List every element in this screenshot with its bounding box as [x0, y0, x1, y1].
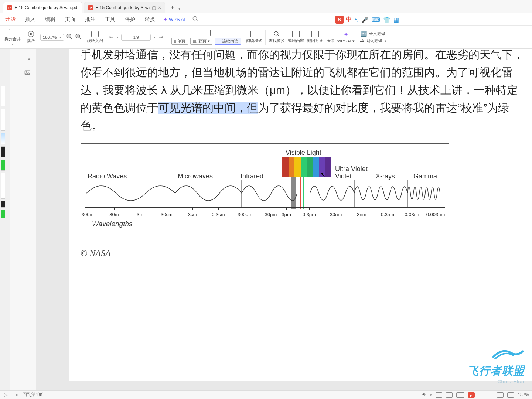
document-paragraph: 手机发射塔通信，没有任何问题，而你的视力仅限于你现在所在的房间。在恶劣的天气下，…	[81, 49, 524, 134]
back-to-first[interactable]: 回到第1页	[23, 392, 43, 398]
ime-shirt-icon[interactable]: 👕	[383, 16, 391, 23]
menu-edit[interactable]: 编辑	[44, 14, 57, 25]
ime-voice-icon[interactable]: 🎤	[361, 16, 369, 23]
rotate-icon	[91, 31, 99, 37]
page-thumb-6[interactable]	[1, 173, 5, 199]
fit-width-icon[interactable]	[507, 392, 514, 398]
scale-tick: 0.3nm	[381, 212, 394, 217]
ime-keyboard-icon[interactable]: ⌨	[372, 16, 380, 23]
wps-ai-button[interactable]: ✦ WPS AI ▾	[336, 30, 356, 44]
sb-prev-icon[interactable]: ▷	[3, 392, 9, 398]
page-thumb-1[interactable]	[1, 86, 5, 106]
panel-close-icon[interactable]: ×	[27, 56, 31, 63]
page-thumb-3[interactable]	[1, 133, 5, 144]
zoom-input[interactable]: 186.7%▾	[40, 34, 64, 41]
compress-button[interactable]: 压缩	[325, 30, 336, 44]
svg-line-12	[277, 35, 279, 36]
zoom-in-icon[interactable]	[75, 33, 82, 41]
split-icon	[9, 29, 16, 35]
split-merge-button[interactable]: 拆分合并 ▾	[3, 28, 22, 47]
translate-icon: 🔤	[361, 31, 367, 37]
continuous-button[interactable]: ☰连续阅读	[215, 38, 241, 45]
image-panel-icon[interactable]	[24, 69, 31, 78]
wave-diagram	[85, 178, 443, 208]
ai-icon: ✦	[163, 17, 167, 22]
search-icon[interactable]	[192, 16, 199, 24]
view-single-icon[interactable]	[436, 392, 442, 398]
page-thumb-8[interactable]	[1, 210, 5, 218]
zoom-out-icon[interactable]	[66, 33, 73, 41]
tab-label: F-15 Combat guide by Sryan.pdf	[14, 5, 78, 10]
view-fit-icon[interactable]	[446, 392, 453, 398]
menu-annotate[interactable]: 批注	[83, 14, 97, 25]
page-thumb-5[interactable]	[1, 160, 5, 171]
tab-restore-icon[interactable]: ▢	[152, 5, 156, 10]
zoom-slider[interactable]	[485, 393, 485, 397]
scale-tick: 30nm	[330, 212, 342, 217]
visible-light-label: Visible Light	[286, 149, 321, 157]
scale-tick: 3μm	[282, 212, 291, 217]
visible-spectrum-bars	[282, 157, 331, 177]
menu-protect[interactable]: 保护	[123, 14, 137, 25]
fullscreen-icon[interactable]	[497, 392, 504, 398]
menu-insert[interactable]: 插入	[24, 14, 37, 25]
view-slideshow-icon[interactable]: ▶	[468, 392, 475, 398]
first-page-button[interactable]: ⇤	[108, 34, 115, 40]
last-page-button[interactable]: ⇥	[158, 34, 164, 40]
eye-icon[interactable]: 👁	[422, 392, 426, 398]
ime-punct-icon[interactable]: •,	[355, 16, 358, 23]
single-page-button[interactable]: ▯单页	[171, 38, 188, 45]
zoom-out-button[interactable]: −	[478, 392, 481, 398]
tab-label: F-15 Combat guide by Srya	[95, 5, 150, 10]
menu-wps-ai[interactable]: ✦ WPS AI	[163, 17, 185, 22]
new-tab-button[interactable]: +	[168, 3, 176, 11]
scale-tick: 0.3cm	[212, 212, 225, 217]
ime-indicator: S 中 •, 🎤 ⌨ 👕 ▦	[335, 16, 399, 24]
scale-tick: 300μm	[238, 212, 252, 217]
view-double-icon[interactable]	[456, 392, 464, 398]
page-thumb-7[interactable]	[1, 201, 5, 208]
edit-content-button[interactable]: 编辑内容	[286, 30, 306, 44]
document-tab-2[interactable]: P F-15 Combat guide by Srya ▢ ×	[84, 2, 165, 13]
scale-tick: 0.3μm	[303, 212, 316, 217]
page-viewport[interactable]: 手机发射塔通信，没有任何问题，而你的视力仅限于你现在所在的房间。在恶劣的天气下，…	[36, 49, 532, 390]
zoom-level[interactable]: 187%	[518, 392, 529, 398]
pdf-icon: P	[7, 5, 12, 10]
close-icon[interactable]: ×	[158, 5, 161, 11]
page-thumb-4[interactable]	[1, 146, 5, 157]
crop-compare-button[interactable]: 截图对比	[306, 30, 325, 44]
rotate-button[interactable]: 旋转文档	[85, 30, 105, 44]
double-page-button[interactable]: ▯▯双页▾	[190, 38, 212, 45]
em-spectrum-figure: Visible Light Radio Waves Microwaves Inf…	[81, 143, 449, 246]
prev-page-button[interactable]: ‹	[116, 34, 120, 40]
ime-grid-icon[interactable]: ▦	[393, 16, 399, 23]
svg-line-10	[79, 37, 81, 39]
page-thumb-2[interactable]	[1, 109, 5, 131]
wavelength-axis	[85, 207, 445, 208]
toolbar: 拆分合并 ▾ 播放 186.7%▾ 旋转文档 ⇤ ‹ 1/9 › ⇥ ▯单页 ▯…	[0, 26, 532, 49]
document-tab-1[interactable]: P F-15 Combat guide by Sryan.pdf	[3, 2, 82, 13]
wavelengths-label: Wavelengths	[92, 220, 133, 228]
status-bar: ▷ ⇥ 回到第1页 👁▾ ▶ − ＋ 187%	[0, 390, 532, 399]
menu-tools[interactable]: 工具	[103, 14, 117, 25]
thumbnail-strip	[0, 49, 10, 390]
side-panel: ×	[10, 49, 36, 390]
ime-mode[interactable]: 中	[346, 16, 352, 24]
scale-tick: 300m	[82, 212, 94, 217]
tab-menu-dropdown[interactable]: ▾	[178, 7, 180, 11]
next-page-button[interactable]: ›	[152, 34, 156, 40]
zoom-in-button[interactable]: ＋	[489, 392, 493, 398]
search-icon	[273, 31, 280, 37]
page-input[interactable]: 1/9	[121, 34, 151, 41]
menu-page[interactable]: 页面	[64, 14, 77, 25]
pdf-icon: P	[88, 5, 93, 10]
play-button[interactable]: 播放	[25, 30, 37, 44]
read-mode-button[interactable]: 阅读模式	[245, 30, 264, 44]
menu-start[interactable]: 开始	[4, 14, 17, 25]
crop-icon	[311, 31, 319, 37]
find-replace-button[interactable]: 查找替换	[267, 30, 286, 44]
scale-tick: 0.03nm	[405, 212, 420, 217]
sb-last-icon[interactable]: ⇥	[13, 392, 19, 398]
menu-convert[interactable]: 转换	[143, 14, 157, 25]
svg-point-0	[193, 16, 197, 20]
